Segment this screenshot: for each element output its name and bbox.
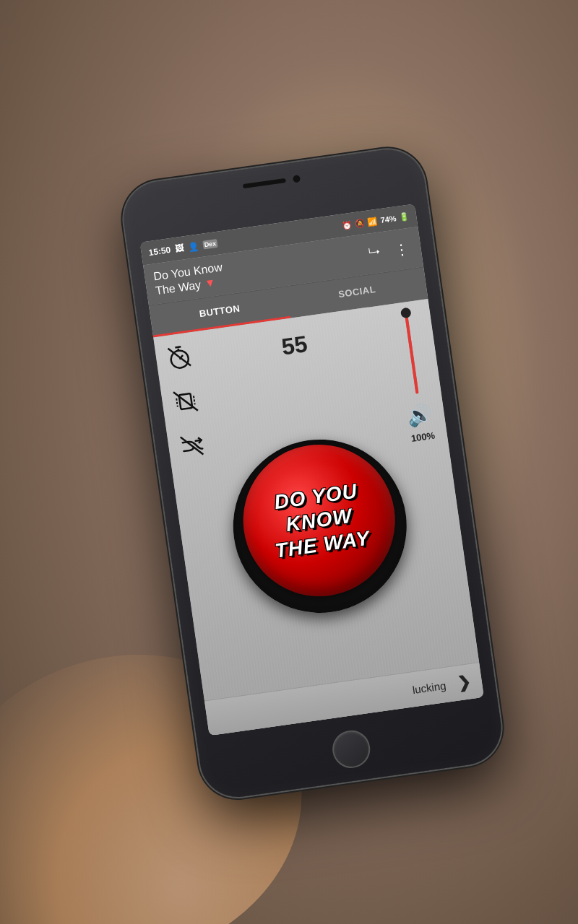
svg-line-9 — [181, 435, 204, 458]
sound-button-text: DO YOU KNOW THE WAY — [267, 478, 371, 563]
status-photo-icon: 🖼 — [174, 243, 184, 255]
status-battery: 74% — [380, 214, 397, 225]
tab-button-label: BUTTON — [199, 302, 241, 319]
dropdown-icon[interactable]: ▾ — [206, 275, 215, 290]
bottom-nav: lucking ❯ — [204, 662, 484, 736]
status-wifi-icon: 📶 — [367, 216, 379, 227]
svg-line-2 — [175, 346, 181, 347]
status-mute-icon: 🔕 — [354, 218, 366, 229]
phone-speaker — [243, 178, 286, 188]
more-options-button[interactable]: ⋮ — [388, 235, 414, 264]
volume-slider-track[interactable] — [403, 308, 418, 393]
tab-social-label: SOCIAL — [337, 284, 376, 300]
status-right: ⏰ 🔕 📶 74% 🔋 — [341, 212, 410, 230]
share-button[interactable]: ⮡ — [363, 241, 386, 266]
volume-slider-thumb[interactable] — [400, 308, 411, 319]
svg-line-6 — [176, 398, 178, 407]
vibrate-off-icon — [171, 387, 201, 417]
status-left: 15:50 🖼 👤 Dex — [148, 238, 218, 258]
shuffle-off-icon — [177, 431, 207, 461]
svg-line-7 — [194, 396, 195, 404]
status-dex-icon: Dex — [202, 239, 218, 250]
vibrate-off-button[interactable] — [168, 383, 204, 419]
shuffle-off-button[interactable] — [174, 428, 210, 464]
sound-button[interactable]: DO YOU KNOW THE WAY — [233, 435, 405, 606]
prev-sound-label: lucking — [412, 679, 447, 696]
volume-icon: 🔊 — [406, 402, 434, 430]
phone-top-bar — [243, 175, 301, 190]
phone-screen: 15:50 🖼 👤 Dex ⏰ 🔕 📶 74% 🔋 Do You KnowThe… — [140, 204, 484, 736]
status-time: 15:50 — [148, 245, 171, 258]
phone-home-button[interactable] — [330, 728, 373, 771]
left-icons — [161, 339, 210, 463]
big-button-container: DO YOU KNOW THE WAY — [222, 428, 418, 624]
volume-percentage: 100% — [410, 430, 436, 444]
status-battery-icon: 🔋 — [398, 212, 410, 222]
timer-off-button[interactable] — [161, 339, 197, 375]
counter-value: 55 — [280, 331, 309, 361]
big-button-shadow: DO YOU KNOW THE WAY — [222, 428, 418, 624]
status-user-icon: 👤 — [187, 241, 199, 253]
next-button[interactable]: ❯ — [456, 673, 471, 693]
timer-off-icon — [165, 342, 194, 372]
phone-camera — [293, 175, 301, 183]
volume-area: 🔊 100% — [392, 306, 436, 444]
status-alarm-icon: ⏰ — [341, 219, 353, 230]
volume-slider-fill — [403, 308, 418, 393]
main-content: 55 🔊 100% DO YOU KNOW THE WAY — [153, 299, 484, 736]
